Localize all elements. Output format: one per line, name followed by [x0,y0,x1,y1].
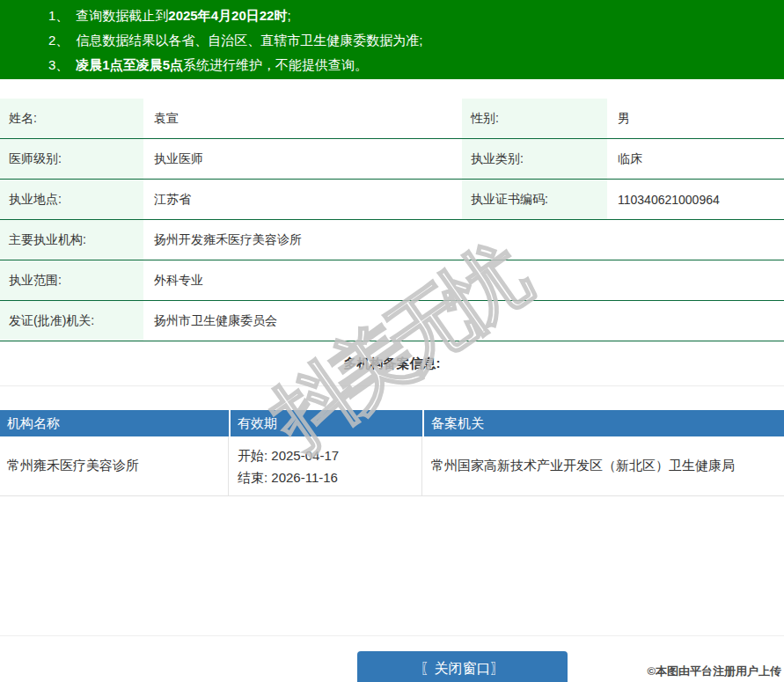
certificate-number-label: 执业证书编码: [462,180,607,219]
filing-authority-column-header: 备案机关 [424,410,784,436]
practice-location-label: 执业地点: [0,180,143,219]
empty-space [0,496,784,635]
issuing-authority-label: 发证(批准)机关: [0,301,143,341]
issuing-authority-value: 扬州市卫生健康委员会 [143,301,784,341]
table-row: 主要执业机构: 扬州开发雍禾医疗美容诊所 [0,220,784,260]
practice-category-label: 执业类别: [462,139,607,179]
table-row: 常州雍禾医疗美容诊所 开始: 2025-04-17 结束: 2026-11-16… [0,436,784,496]
doctor-level-value: 执业医师 [143,139,462,179]
period-start: 开始: 2025-04-17 [238,444,421,466]
practice-category-value: 临床 [607,139,784,179]
notice-text-pre: 信息数据结果以各省、自治区、直辖市卫生健康委数据为准; [76,33,422,48]
notice-number: 2、 [48,28,69,53]
validity-period-cell: 开始: 2025-04-17 结束: 2026-11-16 [229,436,422,496]
table-row: 执业地点: 江苏省 执业证书编码: 110340621000964 [0,180,784,220]
notice-text-pre: 查询数据截止到 [76,8,168,23]
close-window-button[interactable]: 〖关闭窗口〗 [357,651,568,682]
practitioner-info-table: 姓名: 袁宣 性别: 男 医师级别: 执业医师 执业类别: 临床 执业地点: 江… [0,99,784,341]
filing-table: 机构名称 有效期 备案机关 常州雍禾医疗美容诊所 开始: 2025-04-17 … [0,410,784,496]
validity-period-column-header: 有效期 [231,410,422,436]
notice-line-3: 3、 凌晨1点至凌晨5点系统进行维护，不能提供查询。 [48,53,775,77]
period-end: 结束: 2026-11-16 [238,466,421,488]
notice-text: 凌晨1点至凌晨5点系统进行维护，不能提供查询。 [76,53,368,77]
notice-number: 1、 [48,4,69,28]
multi-institution-section-title: 多机构备案信息: [0,341,784,386]
filing-table-header: 机构名称 有效期 备案机关 [0,410,784,436]
notice-text-bold: 2025年4月20日22时 [168,8,287,23]
notice-number: 3、 [48,53,69,77]
main-institution-label: 主要执业机构: [0,220,143,260]
notice-text-bold: 凌晨1点至凌晨5点 [76,57,183,72]
practice-scope-value: 外科专业 [143,260,784,300]
notice-line-1: 1、 查询数据截止到2025年4月20日22时; [48,4,775,28]
filing-authority-cell: 常州国家高新技术产业开发区（新北区）卫生健康局 [422,436,784,496]
org-name-column-header: 机构名称 [0,410,229,436]
notice-text-post: ; [287,8,290,23]
practice-scope-label: 执业范围: [0,260,143,300]
main-institution-value: 扬州开发雍禾医疗美容诊所 [143,220,784,260]
name-value: 袁宣 [143,99,462,138]
org-name-cell: 常州雍禾医疗美容诊所 [0,436,229,496]
table-row: 执业范围: 外科专业 [0,260,784,301]
notice-text-post: 系统进行维护，不能提供查询。 [183,57,368,72]
upload-credit-watermark: ©本图由平台注册用户上传 [647,664,781,679]
name-label: 姓名: [0,99,143,138]
notice-text: 信息数据结果以各省、自治区、直辖市卫生健康委数据为准; [76,28,422,53]
doctor-level-label: 医师级别: [0,139,143,179]
notice-text: 查询数据截止到2025年4月20日22时; [76,4,290,28]
gender-label: 性别: [462,99,607,138]
table-row: 发证(批准)机关: 扬州市卫生健康委员会 [0,301,784,341]
certificate-number-value: 110340621000964 [607,180,784,219]
practice-location-value: 江苏省 [143,180,462,219]
table-row: 医师级别: 执业医师 执业类别: 临床 [0,139,784,180]
divider [0,635,784,636]
notice-banner: 1、 查询数据截止到2025年4月20日22时; 2、 信息数据结果以各省、自治… [0,0,784,79]
gender-value: 男 [607,99,784,138]
notice-line-2: 2、 信息数据结果以各省、自治区、直辖市卫生健康委数据为准; [48,28,775,53]
table-row: 姓名: 袁宣 性别: 男 [0,99,784,139]
